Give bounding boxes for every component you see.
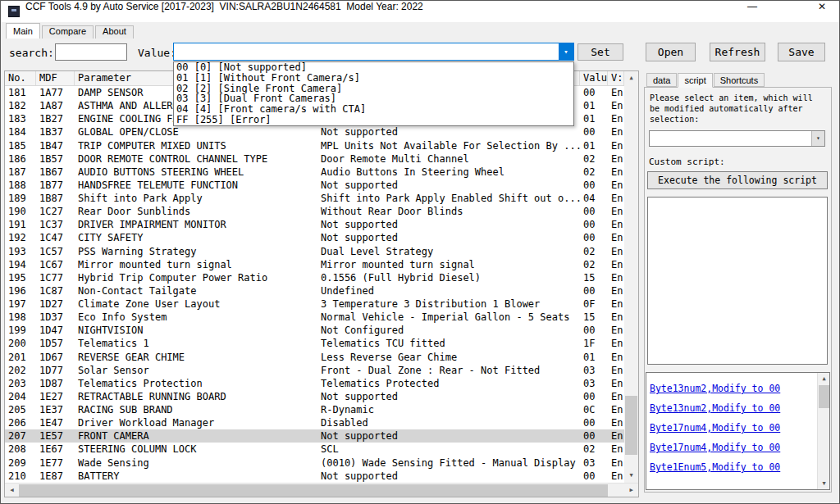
tab-about[interactable]: About (95, 25, 134, 39)
chevron-down-icon[interactable]: ▾ (559, 43, 573, 60)
table-row[interactable]: 2081E67STEERING COLUMN LOCKSCL02En (5, 443, 624, 456)
header-value[interactable]: Value (580, 71, 608, 85)
links-scroll-thumb[interactable] (819, 385, 829, 408)
table-row[interactable]: 1921C47CITY SAFETYNot supported00En (5, 231, 624, 244)
table-row[interactable]: 2041E27RETRACTABLE RUNNING BOARDNot supp… (5, 390, 624, 403)
table-row[interactable]: 2061E47Driver Workload ManagerDisabled00… (5, 416, 624, 429)
table-row[interactable]: 1961C87Non-Contact TailgateUndefined00En (5, 284, 624, 297)
cell-valid: En (608, 338, 624, 349)
value-dropdown-option[interactable]: 04 [4] [Front camera/s with CTA] (174, 104, 573, 115)
script-link[interactable]: Byte13num2,Modify to 00 (650, 383, 814, 402)
scroll-right-icon[interactable]: ▶ (624, 484, 638, 497)
cell-parameter: Rear Door Sunblinds (75, 206, 317, 217)
tab-script[interactable]: script (678, 73, 712, 88)
scroll-down-icon[interactable]: ▼ (624, 469, 638, 483)
header-valid[interactable]: V: (608, 71, 624, 85)
close-button[interactable]: ✕ (803, 1, 840, 22)
tab-data[interactable]: data (646, 73, 677, 87)
table-row[interactable]: 2031D87Telematics ProtectionTelematics P… (5, 377, 624, 390)
table-row[interactable]: 1851B47TRIP COMPUTER MIXED UNITSMPL Unit… (5, 139, 624, 152)
set-button[interactable]: Set (578, 43, 623, 61)
cell-valid: En (608, 153, 624, 165)
scroll-left-icon[interactable]: ◀ (5, 484, 19, 497)
cell-mdf: 1B87 (36, 193, 75, 204)
cell-no: 210 (5, 470, 36, 482)
table-row[interactable]: 1971D27Climate Zone User Layout3 Tempera… (5, 297, 624, 311)
header-no[interactable]: No. (5, 71, 36, 85)
header-mdf[interactable]: MDF (36, 71, 75, 85)
table-row[interactable]: 2001D57Telematics 1Telematics TCU fitted… (5, 337, 624, 350)
table-hscrollbar[interactable]: ◀ ▶ (5, 483, 638, 497)
table-row[interactable]: 1891B87Shift into Park ApplyShift into P… (5, 192, 624, 205)
table-row[interactable]: 1941C67Mirror mounted turn signalMirror … (5, 258, 624, 271)
cell-no: 186 (5, 153, 36, 165)
script-link[interactable]: Byte1Enum5,Modify to 00 (650, 461, 814, 481)
cell-valid: En (608, 140, 624, 152)
table-row[interactable]: 2091E77Wade Sensing(0010) Wade Sensing F… (5, 456, 624, 470)
cell-description: Not supported (317, 179, 580, 191)
value-combobox[interactable]: ▾ (173, 43, 574, 61)
table-row[interactable]: 1881B77HANDSFREE TELEMUTE FUNCTIONNot su… (5, 179, 624, 192)
cell-value: 1F (580, 338, 608, 349)
item-combobox-chevron-down-icon[interactable]: ▾ (811, 131, 824, 146)
item-combobox[interactable]: ▾ (649, 130, 825, 147)
value-dropdown-option[interactable]: 03 [3] [Dual Front Cameras] (174, 93, 573, 104)
cell-description: Door Remote Multi Channel (317, 153, 580, 165)
value-dropdown-option[interactable]: 00 [0] [Not supported] (174, 62, 573, 73)
cell-mdf: 1C67 (36, 259, 75, 270)
cell-description: Not Configured (317, 325, 580, 336)
links-scroll-down-icon[interactable]: ▼ (818, 478, 830, 489)
cell-description: Not supported (317, 232, 580, 243)
search-input[interactable] (55, 43, 127, 61)
links-scroll-up-icon[interactable]: ▲ (818, 373, 830, 384)
value-dropdown-list: 00 [0] [Not supported]01 [1] [Without Fr… (173, 61, 574, 126)
table-row[interactable]: 2021D77Solar SensorFront - Dual Zone : R… (5, 364, 624, 377)
table-row[interactable]: 1991D47NIGHTVISIONNot Configured00En (5, 324, 624, 337)
value-dropdown-option[interactable]: 01 [1] [Without Front Camera/s] (174, 73, 573, 84)
scroll-up-icon[interactable]: ▲ (624, 71, 638, 85)
table-row[interactable]: 1841B37GLOBAL OPEN/CLOSENot supported00E… (5, 125, 624, 138)
tab-main[interactable]: Main (6, 23, 40, 39)
cell-valid: En (608, 470, 624, 482)
minimize-button[interactable]: — (733, 1, 771, 22)
table-row[interactable]: 2051E37RACING SUB BRANDR-Dynamic0CEn (5, 403, 624, 416)
cell-valid: En (608, 219, 624, 230)
cell-no: 185 (5, 140, 36, 152)
links-scrollbar[interactable]: ▲ ▼ (817, 373, 829, 489)
cell-no: 205 (5, 404, 36, 415)
script-link[interactable]: Byte13num2,Modify to 00 (650, 402, 814, 422)
tab-shortcuts[interactable]: Shortcuts (714, 73, 765, 87)
open-button[interactable]: Open (646, 43, 696, 61)
cell-no: 198 (5, 311, 36, 323)
execute-script-button[interactable]: Execute the following script (647, 171, 828, 189)
value-dropdown-option[interactable]: 02 [2] [Single Front Camera] (174, 84, 573, 94)
value-dropdown-option[interactable]: FF [255] [Error] (174, 115, 573, 125)
table-row[interactable]: 1911C37DRIVER IMPAIRMENT MONITORNot supp… (5, 218, 624, 231)
script-link[interactable]: Byte17num4,Modify to 00 (650, 422, 814, 442)
table-row[interactable]: 2101E87BATTERYNot supported00En (5, 470, 624, 483)
custom-script-textarea[interactable] (647, 197, 828, 365)
cell-value: 04 (580, 193, 608, 204)
cell-value: 15 (580, 311, 608, 323)
cell-mdf: 1C77 (36, 272, 75, 284)
table-row[interactable]: 1951C77Hybrid Trip Computer Power Ratio0… (5, 271, 624, 284)
hscroll-thumb[interactable] (19, 484, 608, 497)
table-row[interactable]: 2071E57FRONT CAMERANot supported00En (5, 429, 624, 443)
cell-mdf: 1C37 (36, 219, 75, 230)
table-row[interactable]: 1901C27Rear Door SunblindsWithout Rear D… (5, 205, 624, 218)
script-link[interactable]: Byte17num4,Modify to 00 (650, 442, 814, 461)
save-button[interactable]: Save (778, 43, 825, 61)
table-row[interactable]: 2011D67REVERSE GEAR CHIMELess Reverse Ge… (5, 351, 624, 364)
cell-valid: En (608, 378, 624, 389)
tab-compare[interactable]: Compare (42, 25, 94, 39)
cell-no: 183 (5, 113, 36, 125)
table-vscrollbar[interactable]: ▲ ▼ (624, 71, 638, 483)
cell-value: 03 (580, 378, 608, 389)
table-row[interactable]: 1861B57DOOR REMOTE CONTROL CHANNEL TYPED… (5, 152, 624, 166)
table-row[interactable]: 1931C57PSS Warning StrategyDual Level St… (5, 245, 624, 258)
vscroll-thumb[interactable] (625, 396, 637, 455)
table-row[interactable]: 1871B67AUDIO BUTTONS STEERING WHEELAudio… (5, 166, 624, 179)
refresh-button[interactable]: Refresh (710, 43, 765, 61)
cell-mdf: 1C47 (36, 232, 75, 243)
table-row[interactable]: 1981D37Eco Info SystemNormal Vehicle - I… (5, 311, 624, 324)
